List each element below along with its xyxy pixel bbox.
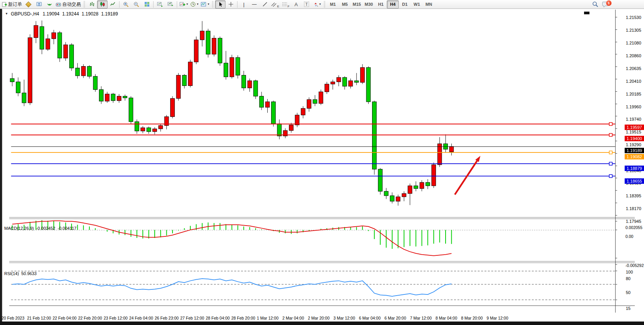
cascade-charts-button[interactable] [165,0,176,9]
market-watch-button[interactable] [23,0,34,9]
dropdown-caret-icon: ▾ [319,3,321,6]
clock-icon [190,2,196,7]
candle-up [188,62,193,86]
gold-diamond-icon [26,1,32,7]
chart-shift-marker[interactable] [584,12,589,14]
price-tick-label: 1.20860 [626,53,644,58]
timeframe-button-mn[interactable]: MN [423,0,435,9]
arrows-shapes-icon [313,2,318,7]
macd-name: MACD(12,26,9) [4,226,34,231]
window-bottom-edge [0,322,644,325]
periods-button[interactable]: ▾ [189,0,200,9]
candlestick-chart-button[interactable] [97,0,108,9]
timeframe-button-m30[interactable]: M30 [363,0,375,9]
auto-trading-icon [56,2,61,7]
cursor-button[interactable] [215,0,225,9]
horizontal-line-tool-button[interactable]: — [249,0,260,9]
crosshair-icon [228,2,234,7]
chart-menu-triangle-icon[interactable]: ▼ [5,12,8,15]
time-axis-label: 28 Feb 04:00 [206,316,230,320]
candle-up [105,94,109,101]
cascade-charts-icon [167,2,173,7]
timeframe-button-m1[interactable]: M1 [327,0,339,9]
price-line-badge: 1.19597 [625,125,644,130]
channel-tool-button[interactable]: E [270,0,280,9]
candle-up [200,31,204,40]
candle-up [28,38,32,103]
candle-down [147,128,151,132]
open-value: 1.19094 [43,11,59,17]
time-axis-label: 2 Mar 04:00 [282,316,304,320]
time-axis-label: 26 Feb 23:00 [155,316,179,320]
crosshair-button[interactable] [225,0,236,9]
trendline-tool-button[interactable] [260,0,270,9]
indicators-button[interactable]: ▾ [178,0,189,9]
line-chart-button[interactable] [108,0,118,9]
line-handle-marker [609,174,612,178]
toolbar-separator [237,1,237,8]
time-axis-label: 27 Feb 12:00 [180,316,204,320]
text-tool-button[interactable]: A [291,0,301,9]
price-tick-label: 1.20185 [626,92,644,96]
rsi-axis-label: 100 [626,270,644,274]
candle-down [236,58,240,75]
candle-down [272,102,276,124]
close-value: 1.19189 [101,11,118,17]
rsi-axis-label: 80 [626,276,644,281]
text-label-tool-button[interactable]: T [301,0,312,9]
candle-down [354,81,359,82]
price-tick-label: 1.17945 [626,219,644,224]
template-icon [201,2,207,7]
timeframe-button-m15[interactable]: M15 [351,0,363,9]
candle-down [414,186,418,188]
candle-up [230,58,234,77]
candle-down [378,169,383,191]
auto-trading-button[interactable]: 自动交易 [55,0,82,9]
candle-up [396,197,400,201]
candle-up [319,92,323,103]
fibonacci-tool-button[interactable]: F [280,0,291,9]
candle-up [81,67,85,76]
candle-down [242,75,246,88]
macd-signal-value: -0.004117 [58,226,77,231]
toolbar-separator [153,1,154,8]
new-order-button[interactable]: 新订单 [1,0,23,9]
price-line-badge: 1.18655 [625,178,644,184]
candle-up [331,82,335,84]
search-icon [592,1,598,7]
zoom-out-button[interactable] [131,0,142,9]
trendline-icon [262,2,268,7]
profile-icon [36,2,42,7]
timeframe-button-w1[interactable]: W1 [411,0,423,9]
candle-down [218,38,222,63]
horizontal-line-icon: — [252,2,257,7]
search-button[interactable] [590,0,600,9]
toolbar-grip [212,1,214,7]
candle-down [206,31,210,54]
timeframe-button-d1[interactable]: D1 [399,0,411,9]
dropdown-caret-icon: ▾ [186,3,188,6]
arrange-charts-button[interactable] [155,0,165,9]
bar-chart-button[interactable] [87,0,97,9]
dropdown-caret-icon: ▾ [208,3,209,6]
new-order-icon [2,2,7,7]
chart-canvas[interactable] [0,9,644,325]
signal-button[interactable] [44,0,55,9]
templates-button[interactable]: ▾ [200,0,210,9]
time-axis-label: 24 Feb 04:00 [129,316,153,320]
profile-button[interactable] [34,0,44,9]
vertical-line-tool-button[interactable]: | [239,0,249,9]
candle-up [248,81,252,88]
line-handle-marker [609,151,612,154]
timeframe-button-h4[interactable]: H4 [387,0,399,9]
candle-up [360,67,365,82]
candle-down [129,98,133,121]
notification-count-badge[interactable]: 1 [606,0,612,6]
zoom-in-button[interactable] [121,0,131,9]
time-axis-label: 6 Mar 04:00 [359,316,381,320]
price-line-badge: 1.19082 [625,154,644,159]
timeframe-button-m5[interactable]: M5 [339,0,351,9]
tile-windows-button[interactable] [142,0,152,9]
timeframe-button-h1[interactable]: H1 [375,0,387,9]
shapes-tool-button[interactable]: ▾ [312,0,322,9]
